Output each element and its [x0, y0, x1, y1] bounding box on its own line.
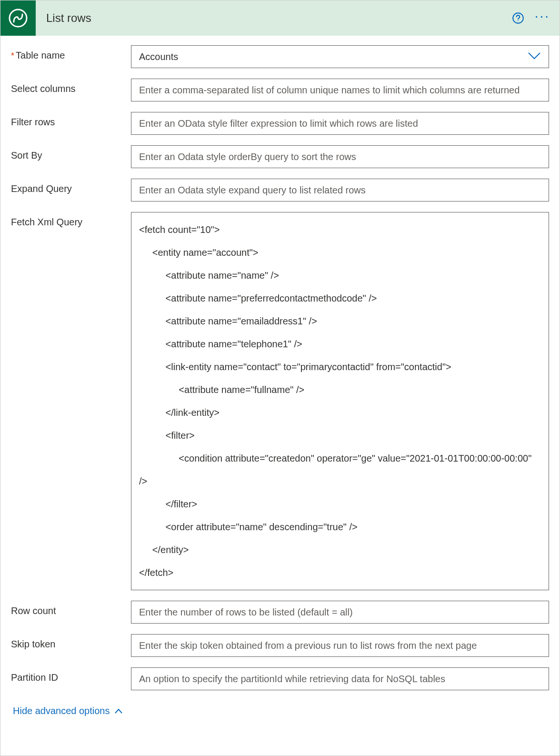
card-header: List rows ··· — [0, 0, 560, 36]
table-name-select[interactable]: Accounts — [131, 45, 549, 68]
card-title: List rows — [46, 11, 512, 25]
skip-token-label: Skip token — [11, 634, 131, 650]
chevron-down-icon — [528, 51, 541, 62]
select-columns-input[interactable] — [131, 79, 549, 101]
row-count-input[interactable] — [131, 601, 549, 624]
fetch-xml-input[interactable]: <fetch count="10"> <entity name="account… — [131, 212, 549, 590]
dataverse-icon — [0, 0, 36, 36]
hide-advanced-options-label: Hide advanced options — [13, 706, 110, 716]
expand-query-input[interactable] — [131, 179, 549, 202]
filter-rows-input[interactable] — [131, 112, 549, 135]
row-count-label: Row count — [11, 601, 131, 616]
partition-id-input[interactable] — [131, 667, 549, 690]
skip-token-input[interactable] — [131, 634, 549, 657]
table-name-value: Accounts — [139, 51, 178, 62]
list-rows-card: List rows ··· Table name Accounts — [0, 0, 560, 756]
hide-advanced-options-link[interactable]: Hide advanced options — [11, 701, 125, 726]
sort-by-input[interactable] — [131, 145, 549, 168]
card-body: Table name Accounts Select columns Filte… — [0, 36, 560, 731]
select-columns-label: Select columns — [11, 79, 131, 94]
filter-rows-label: Filter rows — [11, 112, 131, 128]
partition-id-label: Partition ID — [11, 667, 131, 683]
table-name-label: Table name — [11, 45, 131, 61]
expand-query-label: Expand Query — [11, 179, 131, 194]
help-icon[interactable] — [512, 12, 524, 24]
sort-by-label: Sort By — [11, 145, 131, 161]
more-icon[interactable]: ··· — [535, 10, 550, 27]
svg-point-2 — [518, 20, 519, 21]
chevron-up-icon — [114, 706, 123, 716]
fetch-xml-label: Fetch Xml Query — [11, 212, 131, 228]
